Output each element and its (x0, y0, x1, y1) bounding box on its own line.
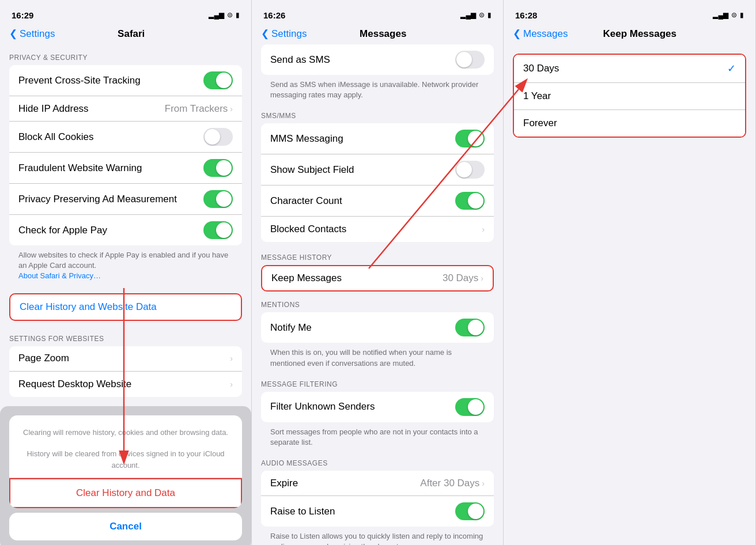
chevron-icon: › (230, 104, 233, 113)
chevron-page-zoom: › (230, 354, 233, 363)
row-privacy-ad[interactable]: Privacy Preserving Ad Measurement (9, 184, 242, 215)
battery-icon-3: ▮ (740, 11, 744, 19)
section-mentions: MENTIONS (252, 292, 503, 312)
time-3: 16:28 (515, 10, 537, 20)
status-bar-3: 16:28 ▂▄▆ ⊜ ▮ (504, 0, 755, 25)
clear-history-website-btn[interactable]: Clear History and Website Data (20, 301, 157, 312)
toggle-prevent-cross-site[interactable] (203, 71, 233, 89)
row-show-subject[interactable]: Show Subject Field (261, 154, 494, 186)
chevron-keep-msg: › (481, 274, 483, 283)
battery-icon: ▮ (236, 11, 240, 19)
sms-note: Send as SMS when iMessage is unavailable… (252, 75, 503, 103)
toggle-block-cookies[interactable] (203, 128, 233, 146)
row-block-cookies[interactable]: Block All Cookies (9, 122, 242, 153)
toggle-subject[interactable] (455, 161, 485, 179)
panel-keep-messages: 16:28 ▂▄▆ ⊜ ▮ ❮ Messages Keep Messages 3… (504, 0, 756, 545)
back-chevron-icon-2: ❮ (261, 28, 269, 40)
status-bar-1: 16:29 ▂▄▆ ⊜ ▮ (0, 0, 251, 25)
status-icons-1: ▂▄▆ ⊜ ▮ (209, 11, 240, 19)
toggle-apple-pay[interactable] (203, 221, 233, 239)
section-sms-mms: SMS/MMS (252, 103, 503, 123)
keep-messages-content: 30 Days ✓ 1 Year Forever (504, 44, 755, 545)
page-title-2: Messages (360, 28, 406, 40)
row-raise-listen[interactable]: Raise to Listen (261, 496, 494, 527)
keep-messages-row[interactable]: Keep Messages 30 Days › (261, 265, 494, 292)
signal-icon-2: ▂▄▆ (460, 11, 476, 19)
wifi-icon: ⊜ (227, 11, 233, 19)
toggle-raise[interactable] (455, 502, 485, 520)
settings-for-websites-group: Page Zoom › Request Desktop Website › (9, 346, 242, 397)
section-header-websites: SETTINGS FOR WEBSITES (0, 326, 251, 346)
section-msg-history: MESSAGE HISTORY (252, 244, 503, 265)
chevron-blocked: › (482, 225, 485, 234)
row-send-sms[interactable]: Send as SMS (261, 44, 494, 75)
toggle-send-sms[interactable] (455, 51, 485, 69)
row-mms-messaging[interactable]: MMS Messaging (261, 123, 494, 154)
panel-safari: 16:29 ▂▄▆ ⊜ ▮ ❮ Settings Safari PRIVACY … (0, 0, 252, 545)
nav-bar-1: ❮ Settings Safari (0, 25, 251, 44)
nav-bar-2: ❮ Settings Messages (252, 25, 503, 44)
row-character-count[interactable]: Character Count (261, 186, 494, 217)
section-msg-filtering: MESSAGE FILTERING (252, 371, 503, 392)
toggle-privacy-ad[interactable] (203, 190, 233, 208)
page-title-1: Safari (118, 28, 145, 40)
chevron-request-desktop: › (230, 380, 233, 389)
toggle-notify[interactable] (455, 319, 485, 336)
option-forever[interactable]: Forever (514, 110, 745, 137)
filtering-group: Filter Unknown Senders (261, 392, 494, 422)
row-hide-ip[interactable]: Hide IP Address From Trackers › (9, 96, 242, 122)
cancel-btn[interactable]: Cancel (9, 513, 242, 540)
back-chevron-icon: ❮ (9, 28, 17, 40)
page-title-3: Keep Messages (603, 28, 676, 40)
modal-overlay: Clearing will remove history, cookies an… (0, 406, 251, 545)
chevron-expire: › (482, 479, 485, 488)
footer-note-1: Allow websites to check if Apple Pay is … (0, 245, 251, 284)
mentions-group: Notify Me (261, 312, 494, 343)
row-page-zoom[interactable]: Page Zoom › (9, 346, 242, 372)
status-icons-2: ▂▄▆ ⊜ ▮ (460, 11, 492, 19)
clear-history-data-btn[interactable]: Clear History and Data (9, 478, 242, 508)
signal-icon: ▂▄▆ (209, 11, 224, 19)
option-30-days[interactable]: 30 Days ✓ (514, 55, 745, 83)
toggle-filter[interactable] (455, 398, 485, 416)
time-2: 16:26 (263, 10, 285, 20)
row-apple-pay[interactable]: Check for Apple Pay (9, 215, 242, 245)
clear-history-btn-container: Clear History and Website Data (9, 293, 242, 321)
checkmark-30days: ✓ (727, 62, 736, 75)
filter-note: Sort messages from people who are not in… (252, 422, 503, 450)
row-blocked-contacts[interactable]: Blocked Contacts › (261, 217, 494, 242)
row-expire[interactable]: Expire After 30 Days › (261, 471, 494, 496)
privacy-security-group: Prevent Cross-Site Tracking Hide IP Addr… (9, 65, 242, 245)
signal-icon-3: ▂▄▆ (713, 11, 728, 19)
toggle-char-count[interactable] (455, 192, 485, 210)
status-bar-2: 16:26 ▂▄▆ ⊜ ▮ (252, 0, 503, 25)
notify-note: When this is on, you will be notified wh… (252, 343, 503, 370)
keep-messages-options: 30 Days ✓ 1 Year Forever (513, 54, 746, 138)
time-1: 16:29 (12, 10, 33, 20)
toggle-mms[interactable] (455, 130, 485, 147)
audio-group: Expire After 30 Days › Raise to Listen (261, 471, 494, 527)
section-header-privacy: PRIVACY & SECURITY (0, 44, 251, 65)
row-fraudulent-warning[interactable]: Fraudulent Website Warning (9, 153, 242, 184)
smsmms-group: MMS Messaging Show Subject Field Charact… (261, 123, 494, 242)
back-button-2[interactable]: ❮ Settings (261, 28, 307, 40)
messages-content: Send as SMS Send as SMS when iMessage is… (252, 44, 503, 545)
option-1-year[interactable]: 1 Year (514, 83, 745, 110)
wifi-icon-2: ⊜ (479, 11, 485, 19)
row-filter-unknown[interactable]: Filter Unknown Senders (261, 392, 494, 422)
modal-card: Clearing will remove history, cookies an… (9, 415, 242, 509)
back-button-1[interactable]: ❮ Settings (9, 28, 55, 40)
section-audio-msg: AUDIO MESSAGES (252, 450, 503, 471)
row-prevent-cross-site[interactable]: Prevent Cross-Site Tracking (9, 65, 242, 96)
back-chevron-icon-3: ❮ (513, 28, 521, 40)
back-button-3[interactable]: ❮ Messages (513, 28, 568, 40)
settings-content-1: PRIVACY & SECURITY Prevent Cross-Site Tr… (0, 44, 251, 545)
battery-icon-2: ▮ (487, 11, 492, 19)
status-icons-3: ▂▄▆ ⊜ ▮ (713, 11, 744, 19)
modal-text-1: Clearing will remove history, cookies an… (18, 427, 233, 438)
about-safari-link[interactable]: About Safari & Privacy… (18, 271, 101, 280)
toggle-fraudulent[interactable] (203, 159, 233, 177)
modal-message: Clearing will remove history, cookies an… (9, 415, 242, 479)
row-request-desktop[interactable]: Request Desktop Website › (9, 372, 242, 397)
row-notify-me[interactable]: Notify Me (261, 312, 494, 343)
